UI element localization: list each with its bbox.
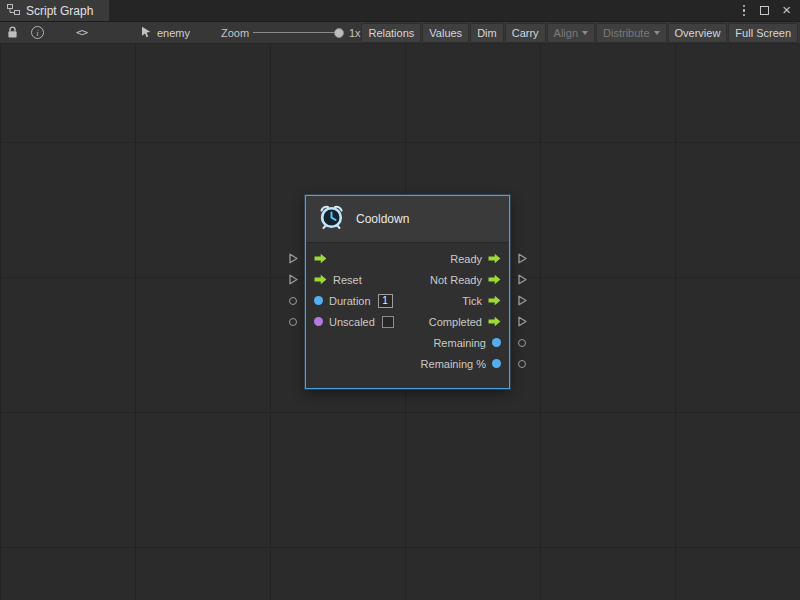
control-output-connector[interactable] <box>516 316 528 328</box>
port-label-reset: Reset <box>333 274 362 286</box>
lock-icon[interactable] <box>7 22 18 43</box>
data-out-port-icon[interactable] <box>492 338 501 347</box>
button-full-screen[interactable]: Full Screen <box>728 23 798 43</box>
data-out-port-icon[interactable] <box>492 359 501 368</box>
port-row: Remaining % <box>306 353 509 374</box>
port-label-unscaled: Unscaled <box>329 316 375 328</box>
data-input-connector[interactable] <box>287 295 299 307</box>
context-label: enemy <box>157 27 190 39</box>
window-menu-icon[interactable] <box>741 3 748 19</box>
control-out-port-icon[interactable] <box>488 274 501 285</box>
control-input-connector[interactable] <box>287 274 299 286</box>
info-icon[interactable]: i <box>31 22 44 43</box>
cooldown-node[interactable]: Cooldown Ready <box>305 195 510 389</box>
data-input-connector[interactable] <box>287 316 299 328</box>
toolbar-buttons: Relations Values Dim Carry Align Distrib… <box>361 23 798 43</box>
graph-canvas[interactable]: Cooldown Ready <box>0 44 800 600</box>
node-title: Cooldown <box>356 212 409 226</box>
code-preview-icon[interactable]: <> <box>76 22 87 43</box>
button-carry[interactable]: Carry <box>505 23 546 43</box>
chevron-down-icon <box>654 31 660 35</box>
button-relations[interactable]: Relations <box>361 23 421 43</box>
port-label-not-ready: Not Ready <box>430 274 482 286</box>
zoom-label: Zoom <box>221 22 249 43</box>
zoom-slider[interactable] <box>253 22 341 43</box>
port-row: Unscaled Completed <box>306 311 509 332</box>
control-output-connector[interactable] <box>516 253 528 265</box>
graph-toolbar: i <> enemy Zoom 1x Relations Values Dim … <box>0 22 800 44</box>
port-label-remaining: Remaining <box>433 337 486 349</box>
button-distribute-label: Distribute <box>603 27 649 39</box>
port-label-duration: Duration <box>329 295 371 307</box>
control-out-port-icon[interactable] <box>488 295 501 306</box>
script-graph-icon <box>7 4 20 18</box>
port-row: Duration 1 Tick <box>306 290 509 311</box>
port-label-tick: Tick <box>462 295 482 307</box>
zoom-value: 1x <box>349 22 361 43</box>
port-label-completed: Completed <box>429 316 482 328</box>
button-dim[interactable]: Dim <box>470 23 504 43</box>
control-input-connector[interactable] <box>287 253 299 265</box>
button-distribute[interactable]: Distribute <box>596 23 666 43</box>
control-output-connector[interactable] <box>516 274 528 286</box>
alarm-clock-icon <box>318 204 345 235</box>
duration-value-field[interactable]: 1 <box>378 294 393 308</box>
control-in-port-icon[interactable] <box>314 253 327 264</box>
button-align-label: Align <box>554 27 578 39</box>
port-label-remaining-pct: Remaining % <box>421 358 486 370</box>
port-row: Remaining <box>306 332 509 353</box>
tab-label: Script Graph <box>26 4 93 18</box>
button-align[interactable]: Align <box>547 23 595 43</box>
cooldown-node-body: Ready <box>306 243 509 388</box>
button-values[interactable]: Values <box>422 23 469 43</box>
control-in-port-icon[interactable] <box>314 274 327 285</box>
title-bar: Script Graph × <box>0 0 800 22</box>
data-in-port-icon[interactable] <box>314 317 323 326</box>
zoom-slider-handle[interactable] <box>334 28 344 38</box>
graph-context[interactable]: enemy <box>140 22 190 43</box>
port-row: Reset Not Ready <box>306 269 509 290</box>
script-graph-window: Script Graph × i <> enemy Zo <box>0 0 800 600</box>
maximize-icon[interactable] <box>760 6 769 15</box>
port-row: Ready <box>306 248 509 269</box>
unscaled-checkbox[interactable] <box>382 316 394 328</box>
window-controls: × <box>741 0 800 21</box>
tab-script-graph[interactable]: Script Graph <box>0 0 109 21</box>
data-in-port-icon[interactable] <box>314 296 323 305</box>
port-label-ready: Ready <box>450 253 482 265</box>
close-icon[interactable]: × <box>782 2 791 17</box>
data-output-connector[interactable] <box>516 337 528 349</box>
control-output-connector[interactable] <box>516 295 528 307</box>
cooldown-node-header[interactable]: Cooldown <box>306 196 509 243</box>
button-overview[interactable]: Overview <box>668 23 728 43</box>
control-out-port-icon[interactable] <box>488 253 501 264</box>
chevron-down-icon <box>582 31 588 35</box>
control-out-port-icon[interactable] <box>488 316 501 327</box>
data-output-connector[interactable] <box>516 358 528 370</box>
zoom-slider-track[interactable] <box>253 32 341 33</box>
pointer-icon <box>140 26 152 40</box>
